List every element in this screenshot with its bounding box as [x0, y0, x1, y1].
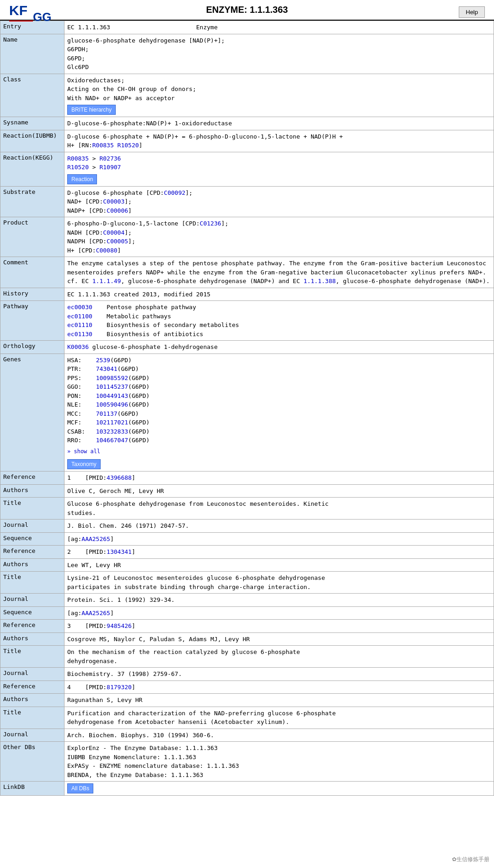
pmid-4396688[interactable]: 4396688: [107, 474, 132, 481]
reference-4-row: Reference 4 [PMID:8179320]: [0, 680, 494, 694]
name-label: Name: [0, 34, 64, 74]
class-row: Class Oxidoreductases; Acting on the CH-…: [0, 74, 494, 117]
product-line-3: NADPH [CPD:C00005];: [67, 237, 491, 246]
entry-value: EC 1.1.1.363 Enzyme: [64, 21, 494, 34]
reference-2-value: 2 [PMID:1304341]: [64, 546, 494, 559]
ref2-authors-label: Authors: [0, 558, 64, 572]
brite-hierarchy-button[interactable]: BRITE hierarchy: [67, 105, 116, 115]
all-dbs-button[interactable]: All DBs: [67, 783, 93, 793]
taxonomy-button[interactable]: Taxonomy: [67, 459, 101, 469]
comment-row: Comment The enzyme catalyses a step of t…: [0, 257, 494, 288]
product-c00004[interactable]: C00004: [103, 229, 124, 236]
entry-row: Entry EC 1.1.1.363 Enzyme: [0, 21, 494, 34]
ref2-journal-label: Journal: [0, 594, 64, 607]
help-button[interactable]: Help: [459, 6, 485, 18]
genes-value: HSA: 2539(G6PD) PTR: 743041(G6PD) PPS: 1…: [64, 354, 494, 472]
ref2-title-value: Lysine-21 of Leuconostoc mesenteroides g…: [64, 572, 494, 594]
substrate-c00092[interactable]: C00092: [164, 189, 185, 196]
reference-1-label: Reference: [0, 472, 64, 485]
pathway-ec01110[interactable]: ec01110: [67, 321, 92, 328]
substrate-c00003[interactable]: C00003: [103, 198, 124, 205]
ref4-title-value: Purification and characterization of the…: [64, 707, 494, 729]
comment-ec2[interactable]: 1.1.1.388: [304, 278, 336, 284]
sysname-label: Sysname: [0, 117, 64, 130]
name-row: Name glucose-6-phosphate dehydrogenase […: [0, 34, 494, 74]
ref1-authors-row: Authors Olive C, Geroch ME, Levy HR: [0, 484, 494, 498]
orthology-k00036[interactable]: K00036: [67, 343, 89, 350]
product-c00005[interactable]: C00005: [107, 238, 128, 245]
class-line-1: Oxidoreductases;: [67, 76, 491, 85]
gene-nle-link[interactable]: 100590496: [96, 401, 128, 408]
substrate-label: Substrate: [0, 186, 64, 217]
ref2-title-label: Title: [0, 572, 64, 594]
gene-ptr-link[interactable]: 743041: [96, 365, 118, 372]
reaction-kegg-r10520[interactable]: R10520: [67, 164, 89, 171]
pmid-1304341[interactable]: 1304341: [107, 548, 132, 555]
name-line-2: G6PDH;: [67, 45, 491, 54]
reaction-button[interactable]: Reaction: [67, 174, 97, 184]
gene-rro: RRO: 104667047(G6PD): [67, 436, 491, 445]
class-label: Class: [0, 74, 64, 117]
ref2-seq-link[interactable]: AAA25265: [81, 610, 110, 616]
entry-ec: EC 1.1.1.363: [67, 24, 110, 31]
comment-label: Comment: [0, 257, 64, 288]
ref2-journal-value: Protein. Sci. 1 (1992) 329-34.: [64, 594, 494, 607]
ref1-title-label: Title: [0, 498, 64, 520]
gene-pps-link[interactable]: 100985592: [96, 375, 128, 381]
logo: KF —— GG: [9, 4, 51, 25]
pathway-ec01100[interactable]: ec01100: [67, 313, 92, 320]
gene-csab: CSAB: 103232833(G6PD): [67, 427, 491, 436]
orthology-value: K00036 glucose-6-phosphate 1-dehydrogena…: [64, 341, 494, 354]
substrate-line-1: D-glucose 6-phosphate [CPD:C00092];: [67, 188, 491, 198]
ref1-sequence-value: [ag:AAA25265]: [64, 532, 494, 546]
ref3-title-row: Title On the mechanism of the reaction c…: [0, 646, 494, 668]
reaction-iubmb-link1[interactable]: R00835: [92, 142, 114, 149]
product-c00080[interactable]: C00080: [96, 247, 118, 254]
gene-rro-link[interactable]: 104667047: [96, 437, 128, 444]
pathway-value: ec00030 Pentose phosphate pathway ec0110…: [64, 301, 494, 341]
pmid-9485426[interactable]: 9485426: [107, 622, 132, 629]
pathway-ec01130[interactable]: ec01130: [67, 331, 92, 338]
reaction-iubmb-link2[interactable]: R10520: [118, 142, 139, 149]
ref2-sequence-row: Sequence [ag:AAA25265]: [0, 606, 494, 620]
product-line-4: H+ [CPD:C00080]: [67, 246, 491, 255]
reference-3-value: 3 [PMID:9485426]: [64, 620, 494, 633]
pathway-ec00030[interactable]: ec00030: [67, 304, 92, 311]
logo-gg: GG: [33, 10, 51, 24]
substrate-c00006[interactable]: C00006: [107, 207, 128, 214]
reaction-iubmb-row: Reaction(IUBMB) D-glucose 6-phosphate + …: [0, 130, 494, 152]
ref1-journal-value: J. Biol. Chem. 246 (1971) 2047-57.: [64, 520, 494, 533]
gene-csab-link[interactable]: 103232833: [96, 428, 128, 435]
gene-mcf-link[interactable]: 102117021: [96, 419, 128, 426]
show-all-genes-link[interactable]: » show all: [67, 448, 100, 455]
pmid-8179320[interactable]: 8179320: [107, 684, 132, 691]
comment-ec1[interactable]: 1.1.1.49: [92, 278, 121, 284]
pathway-row: Pathway ec00030 Pentose phosphate pathwa…: [0, 301, 494, 341]
ref3-journal-row: Journal Biochemistry. 37 (1998) 2759-67.: [0, 668, 494, 681]
other-dbs-row: Other DBs ExplorEnz - The Enzyme Databas…: [0, 742, 494, 782]
gene-pon-link[interactable]: 100449143: [96, 392, 128, 399]
pathway-label: Pathway: [0, 301, 64, 341]
ref4-journal-row: Journal Arch. Biochem. Biophys. 310 (199…: [0, 729, 494, 742]
ref4-title-row: Title Purification and characterization …: [0, 707, 494, 729]
product-line-1: 6-phospho-D-glucono-1,5-lactone [CPD:C01…: [67, 219, 491, 228]
reaction-kegg-r02736[interactable]: R02736: [99, 155, 121, 162]
reaction-kegg-label: Reaction(KEGG): [0, 152, 64, 186]
reaction-kegg-r00835[interactable]: R00835: [67, 155, 89, 162]
reaction-kegg-r10907[interactable]: R10907: [99, 164, 121, 171]
ref1-journal-label: Journal: [0, 520, 64, 533]
page-title: ENZYME: 1.1.1.363: [206, 5, 288, 15]
reaction-iubmb-label: Reaction(IUBMB): [0, 130, 64, 152]
reference-3-row: Reference 3 [PMID:9485426]: [0, 620, 494, 633]
ref4-authors-value: Ragunathan S, Levy HR: [64, 694, 494, 707]
sysname-row: Sysname D-glucose-6-phosphate:NAD(P)+ 1-…: [0, 117, 494, 130]
sysname-value: D-glucose-6-phosphate:NAD(P)+ 1-oxidored…: [64, 117, 494, 130]
product-c01236[interactable]: C01236: [200, 220, 221, 227]
gene-mcc-link[interactable]: 701137: [96, 410, 118, 417]
ref1-seq-link[interactable]: AAA25265: [81, 536, 110, 542]
ref2-authors-row: Authors Lee WT, Levy HR: [0, 558, 494, 572]
substrate-value: D-glucose 6-phosphate [CPD:C00092]; NAD+…: [64, 186, 494, 217]
gene-ggo-link[interactable]: 101145237: [96, 383, 128, 390]
gene-hsa-link[interactable]: 2539: [96, 357, 110, 364]
ref1-journal-row: Journal J. Biol. Chem. 246 (1971) 2047-5…: [0, 520, 494, 533]
